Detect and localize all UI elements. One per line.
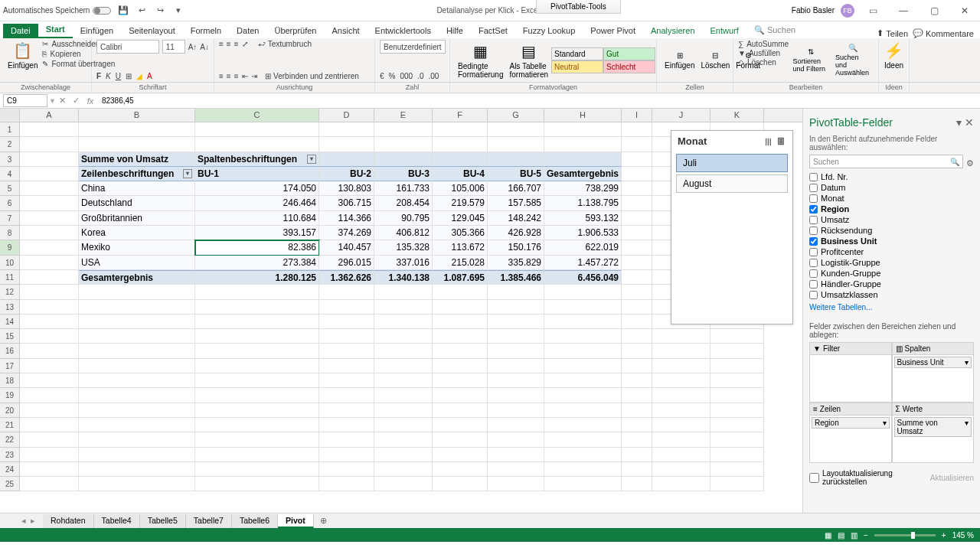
field-business-unit[interactable]: Business Unit (809, 236, 974, 246)
tab-help[interactable]: Hilfe (439, 24, 471, 38)
fill-color-icon[interactable]: ◢ (136, 72, 142, 80)
row-header-15[interactable]: 15 (0, 329, 20, 344)
sheet-nav-first-icon[interactable]: ◂ (21, 516, 26, 526)
field-tools-icon[interactable]: ⚙ (966, 158, 974, 168)
field-kunden-gruppe[interactable]: Kunden-Gruppe (809, 268, 974, 279)
zone-filter[interactable] (809, 355, 892, 403)
row-header-12[interactable]: 12 (0, 285, 20, 299)
qat-dropdown-icon[interactable]: ▾ (172, 5, 185, 17)
row-header-20[interactable]: 20 (0, 403, 20, 418)
sheet-tab-rohdaten[interactable]: Rohdaten (43, 514, 94, 528)
tab-file[interactable]: Datei (3, 24, 38, 38)
field-region[interactable]: Region (809, 204, 974, 214)
tab-developer[interactable]: Entwicklertools (368, 24, 439, 38)
ideas-button[interactable]: ⚡Ideen (884, 40, 904, 71)
tab-formulas[interactable]: Formeln (183, 24, 229, 38)
field-profitcenter[interactable]: Profitcenter (809, 246, 974, 257)
sheet-tab-tabelle5[interactable]: Tabelle5 (140, 514, 186, 528)
row-header-19[interactable]: 19 (0, 388, 20, 403)
row-header-9[interactable]: 9 (0, 240, 20, 255)
formula-input[interactable]: 82386,45 (97, 96, 980, 105)
font-size-combo[interactable]: 11 (162, 40, 185, 54)
row-header-5[interactable]: 5 (0, 181, 20, 196)
row-header-16[interactable]: 16 (0, 344, 20, 358)
wrap-text-button[interactable]: ⮐ Textumbruch (258, 40, 312, 48)
name-box[interactable]: C9 (3, 94, 47, 107)
indent-dec-icon[interactable]: ⇤ (242, 72, 248, 80)
col-header-K[interactable]: K (710, 109, 764, 122)
field-lfd-nr-[interactable]: Lfd. Nr. (809, 171, 974, 182)
sheet-tab-tabelle4[interactable]: Tabelle4 (94, 514, 140, 528)
indent-inc-icon[interactable]: ⇥ (251, 72, 257, 80)
currency-icon[interactable]: € (380, 72, 384, 80)
col-header-E[interactable]: E (374, 109, 433, 122)
col-header-F[interactable]: F (433, 109, 488, 122)
pill-business-unit[interactable]: Business Unit▾ (894, 357, 972, 368)
tab-search[interactable]: 🔍 Suchen (746, 23, 803, 38)
dec-dec-icon[interactable]: .00 (429, 72, 439, 80)
field-umsatz[interactable]: Umsatz (809, 214, 974, 225)
undo-icon[interactable]: ↩ (136, 5, 148, 17)
tab-powerpivot[interactable]: Power Pivot (583, 24, 643, 38)
col-header-A[interactable]: A (20, 109, 79, 122)
cell-style-gut[interactable]: Gut (603, 47, 655, 60)
font-color-icon[interactable]: A (147, 72, 152, 80)
row-header-10[interactable]: 10 (0, 256, 20, 270)
tab-fuzzy[interactable]: Fuzzy Lookup (515, 24, 583, 38)
zone-columns[interactable]: Business Unit▾ (892, 355, 975, 403)
sheet-nav-prev-icon[interactable]: ▸ (31, 516, 35, 526)
worksheet-grid[interactable]: ABCDEFGHIJK 123Summe von UmsatzSpaltenbe… (0, 109, 802, 513)
slicer-monat[interactable]: Monat⫼ 🗏 Juli August (671, 130, 793, 324)
view-normal-icon[interactable]: ▦ (825, 531, 831, 540)
view-pagebreak-icon[interactable]: ▥ (851, 531, 858, 540)
paste-button[interactable]: 📋Einfügen (5, 40, 41, 71)
merge-button[interactable]: ⊞ Verbinden und zentrieren (265, 72, 359, 80)
row-header-14[interactable]: 14 (0, 315, 20, 329)
row-header-1[interactable]: 1 (0, 122, 20, 137)
font-name-combo[interactable]: Calibri (96, 40, 159, 54)
save-icon[interactable]: 💾 (117, 5, 129, 17)
insert-cells-button[interactable]: ⊞Einfügen (662, 40, 697, 80)
align-right-icon[interactable]: ≡ (234, 72, 239, 80)
select-all-corner[interactable] (0, 109, 20, 122)
col-header-I[interactable]: I (622, 109, 652, 122)
redo-icon[interactable]: ↪ (154, 5, 166, 17)
sort-filter-button[interactable]: ⇅Sortieren und Filtern (790, 40, 831, 80)
tab-start[interactable]: Start (38, 22, 73, 38)
minimize-icon[interactable]: — (891, 2, 916, 20)
defer-layout-checkbox[interactable] (809, 473, 819, 483)
col-header-G[interactable]: G (488, 109, 544, 122)
share-button[interactable]: ⬆ Teilen (877, 28, 908, 38)
cancel-formula-icon[interactable]: ✕ (56, 96, 70, 106)
inc-dec-icon[interactable]: .0 (417, 72, 423, 80)
avatar[interactable]: FB (841, 4, 854, 18)
zoom-out-icon[interactable]: − (864, 531, 868, 540)
field-logistik-gruppe[interactable]: Logistik-Gruppe (809, 257, 974, 268)
cell-style-schlecht[interactable]: Schlecht (603, 60, 655, 73)
row-header-21[interactable]: 21 (0, 418, 20, 432)
field-datum[interactable]: Datum (809, 182, 974, 193)
row-header-23[interactable]: 23 (0, 448, 20, 462)
row-header-8[interactable]: 8 (0, 226, 20, 240)
italic-button[interactable]: K (106, 72, 111, 80)
row-header-25[interactable]: 25 (0, 477, 20, 491)
bold-button[interactable]: F (96, 72, 101, 80)
orientation-icon[interactable]: ⤢ (242, 40, 248, 48)
tab-pagelayout[interactable]: Seitenlayout (121, 24, 183, 38)
maximize-icon[interactable]: ▢ (922, 2, 946, 20)
find-select-button[interactable]: 🔍Suchen und Auswählen (832, 40, 874, 80)
tab-factset[interactable]: FactSet (471, 24, 515, 38)
row-header-2[interactable]: 2 (0, 137, 20, 152)
sheet-tab-tabelle6[interactable]: Tabelle6 (232, 514, 278, 528)
sheet-tab-tabelle7[interactable]: Tabelle7 (186, 514, 232, 528)
field-list-close-icon[interactable]: ▾ ✕ (956, 116, 974, 129)
fx-icon[interactable]: fx (83, 96, 97, 106)
tab-analyze[interactable]: Analysieren (643, 24, 702, 38)
field-umsatzklassen[interactable]: Umsatzklassen (809, 289, 974, 300)
col-header-J[interactable]: J (652, 109, 710, 122)
slicer-item-juli[interactable]: Juli (676, 154, 788, 172)
field-r-cksendung[interactable]: Rücksendung (809, 225, 974, 236)
shrink-font-icon[interactable]: A↓ (200, 43, 209, 51)
row-header-4[interactable]: 4 (0, 167, 20, 181)
zoom-in-icon[interactable]: + (942, 531, 946, 540)
